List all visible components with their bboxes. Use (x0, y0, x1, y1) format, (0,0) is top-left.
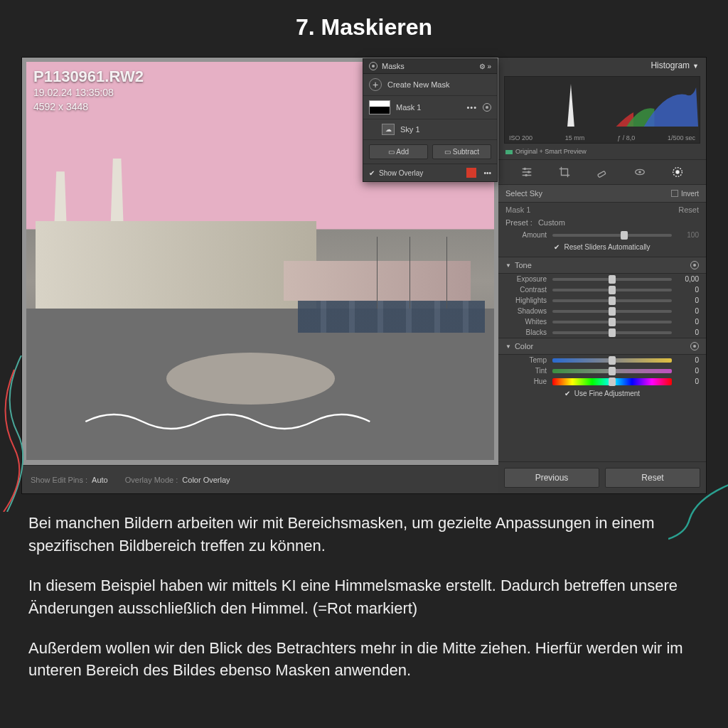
slider-label: Contrast (505, 286, 547, 294)
mask-icon[interactable] (671, 166, 684, 178)
add-label: Add (396, 148, 409, 156)
slider-track[interactable] (552, 234, 672, 237)
subtract-button[interactable]: ▭ Subtract (432, 144, 491, 159)
slider-label: Tint (505, 367, 547, 375)
slider-track[interactable] (552, 278, 672, 281)
slider-track[interactable] (552, 378, 672, 385)
preset-label: Preset : (505, 218, 532, 227)
histogram[interactable]: ISO 200 15 mm ƒ / 8,0 1/500 sec (504, 76, 700, 144)
temp-slider[interactable]: Temp0 (498, 355, 706, 365)
edit-pins-value[interactable]: Auto (92, 476, 108, 484)
add-button[interactable]: ▭ Add (369, 144, 428, 159)
tool-strip (498, 159, 706, 185)
svg-point-7 (675, 170, 679, 173)
shadows-slider[interactable]: Shadows0 (498, 306, 706, 316)
reset-link[interactable]: Reset (678, 205, 699, 214)
slider-thumb[interactable] (609, 328, 616, 337)
preview-mode[interactable]: Original + Smart Preview (498, 146, 706, 159)
chevron-down-icon: ▼ (692, 63, 699, 70)
checkbox-icon (671, 190, 678, 197)
preset-row[interactable]: Preset : Custom (498, 217, 706, 230)
show-overlay-row[interactable]: ✔ Show Overlay ••• (363, 164, 497, 181)
color-group-header[interactable]: ▼Color (498, 338, 706, 355)
slider-thumb[interactable] (609, 356, 616, 365)
svg-point-2 (525, 174, 528, 177)
histogram-meta: ISO 200 15 mm ƒ / 8,0 1/500 sec (505, 134, 700, 141)
blacks-slider[interactable]: Blacks0 (498, 327, 706, 338)
slider-value: 0 (678, 356, 699, 364)
eye-icon[interactable] (690, 261, 699, 269)
slider-value: 0,00 (678, 275, 699, 283)
mask-item[interactable]: Mask 1 ••• (363, 96, 497, 119)
crop-icon[interactable] (558, 166, 571, 178)
select-sky-row: Select Sky Invert (498, 185, 706, 203)
description-text: Bei manchen Bildern arbeiten wir mit Ber… (28, 512, 700, 699)
slider-value: 0 (678, 296, 699, 304)
slider-track[interactable] (552, 321, 672, 323)
slider-thumb[interactable] (609, 275, 616, 284)
highlights-slider[interactable]: Highlights0 (498, 295, 706, 306)
masks-floating-panel[interactable]: Masks ⚙ » + Create New Mask Mask 1 ••• ☁… (363, 58, 498, 182)
eye-icon[interactable] (690, 342, 699, 350)
preset-value: Custom (538, 218, 565, 227)
auto-reset-row[interactable]: ✔ Reset Sliders Automatically (498, 240, 706, 257)
sliders-icon[interactable] (520, 166, 533, 178)
slider-thumb[interactable] (609, 367, 616, 375)
tone-group-header[interactable]: ▼Tone (498, 257, 706, 274)
more-icon[interactable]: ••• (466, 103, 477, 112)
plus-icon[interactable]: + (369, 78, 382, 91)
slider-track[interactable] (552, 358, 672, 363)
slider-thumb[interactable] (609, 318, 616, 326)
slider-track[interactable] (552, 369, 672, 373)
slider-label: Highlights (505, 296, 547, 304)
overlay-color-swatch[interactable] (466, 168, 476, 178)
buses-shape (298, 301, 485, 333)
preview-mode-text: Original + Smart Preview (515, 148, 587, 155)
slider-track[interactable] (552, 331, 672, 334)
preview-indicator-icon (505, 150, 513, 154)
fine-adjustment-row[interactable]: ✔ Use Fine Adjustment (498, 387, 706, 403)
slider-thumb[interactable] (609, 307, 616, 316)
eye-icon[interactable] (483, 103, 491, 112)
masks-panel-header[interactable]: Masks ⚙ » (363, 59, 497, 74)
masks-panel-title: Masks (382, 62, 405, 70)
eye-icon[interactable] (369, 62, 378, 70)
slider-track[interactable] (552, 310, 672, 313)
slider-value: 0 (678, 286, 699, 294)
slider-label: Whites (505, 318, 547, 326)
heal-icon[interactable] (596, 166, 609, 178)
panel-controls[interactable]: ⚙ » (479, 63, 491, 70)
slider-track[interactable] (552, 289, 672, 291)
tint-slider[interactable]: Tint0 (498, 365, 706, 376)
slider-thumb[interactable] (609, 286, 616, 294)
histogram-title[interactable]: Histogram▼ (498, 58, 706, 73)
create-mask-label: Create New Mask (387, 80, 449, 89)
slider-thumb[interactable] (609, 378, 616, 386)
hue-slider[interactable]: Hue0 (498, 376, 706, 387)
slider-label: Hue (505, 378, 547, 385)
whites-slider[interactable]: Whites0 (498, 316, 706, 327)
overlay-mode-value[interactable]: Color Overlay (182, 476, 230, 484)
slider-value: 0 (678, 318, 699, 326)
more-icon[interactable]: ••• (483, 169, 491, 177)
contrast-slider[interactable]: Contrast0 (498, 284, 706, 295)
mask-thumbnail (369, 100, 390, 114)
prev-reset-row: Previous Reset (498, 461, 706, 493)
select-sky-label[interactable]: Select Sky (505, 189, 542, 198)
mask-component-item[interactable]: ☁ Sky 1 (363, 119, 497, 140)
invert-toggle[interactable]: Invert (671, 190, 699, 198)
create-mask-row[interactable]: + Create New Mask (363, 74, 497, 96)
auto-reset-label: Reset Sliders Automatically (564, 243, 650, 251)
redeye-icon[interactable] (633, 166, 646, 178)
previous-button[interactable]: Previous (504, 468, 599, 488)
amount-slider[interactable]: Amount 100 (498, 230, 706, 240)
slider-thumb[interactable] (621, 231, 628, 240)
slider-value: 0 (678, 328, 699, 336)
desc-p3: Außerdem wollen wir den Blick des Betrac… (28, 637, 700, 682)
reset-button[interactable]: Reset (605, 468, 700, 488)
photo-datetime: 19.02.24 13:35:08 (33, 86, 144, 100)
facade-shape (36, 221, 316, 309)
slider-thumb[interactable] (609, 296, 616, 305)
exposure-slider[interactable]: Exposure0,00 (498, 274, 706, 284)
slider-track[interactable] (552, 299, 672, 302)
